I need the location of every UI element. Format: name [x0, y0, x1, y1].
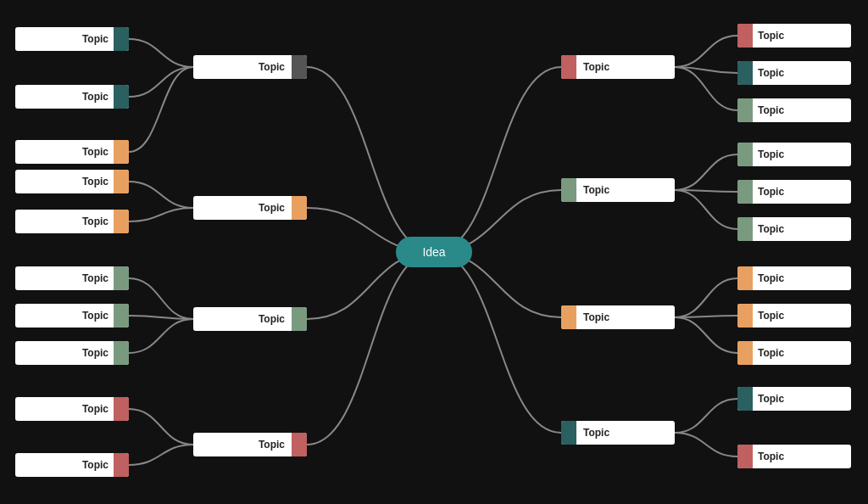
topic-leaf[interactable]: Topic	[737, 61, 851, 85]
topic-mid[interactable]: Topic	[193, 196, 307, 220]
topic-leaf[interactable]: Topic	[737, 98, 851, 122]
topic-leaf[interactable]: Topic	[15, 397, 129, 421]
topic-mid[interactable]: Topic	[561, 421, 675, 445]
topic-mid[interactable]: Topic	[561, 178, 675, 202]
topic-mid[interactable]: Topic	[561, 305, 675, 329]
topic-leaf[interactable]: Topic	[15, 266, 129, 290]
topic-leaf[interactable]: Topic	[737, 445, 851, 468]
topic-leaf[interactable]: Topic	[15, 85, 129, 109]
topic-mid[interactable]: Topic	[193, 55, 307, 79]
topic-leaf[interactable]: Topic	[737, 143, 851, 166]
topic-leaf[interactable]: Topic	[737, 387, 851, 411]
topic-leaf[interactable]: Topic	[737, 304, 851, 328]
topic-leaf[interactable]: Topic	[15, 304, 129, 328]
topic-mid[interactable]: Topic	[193, 307, 307, 331]
topic-leaf[interactable]: Topic	[737, 217, 851, 241]
topic-leaf[interactable]: Topic	[15, 27, 129, 51]
topic-leaf[interactable]: Topic	[15, 453, 129, 477]
center-label: Idea	[422, 245, 445, 259]
topic-leaf[interactable]: Topic	[15, 341, 129, 365]
topic-leaf[interactable]: Topic	[15, 140, 129, 164]
topic-leaf[interactable]: Topic	[737, 266, 851, 290]
topic-leaf[interactable]: Topic	[737, 24, 851, 48]
topic-mid[interactable]: Topic	[561, 55, 675, 79]
topic-leaf[interactable]: Topic	[15, 170, 129, 193]
center-node[interactable]: Idea	[396, 237, 472, 267]
topic-leaf[interactable]: Topic	[737, 180, 851, 204]
topic-leaf[interactable]: Topic	[15, 210, 129, 233]
topic-mid[interactable]: Topic	[193, 433, 307, 456]
topic-leaf[interactable]: Topic	[737, 341, 851, 365]
